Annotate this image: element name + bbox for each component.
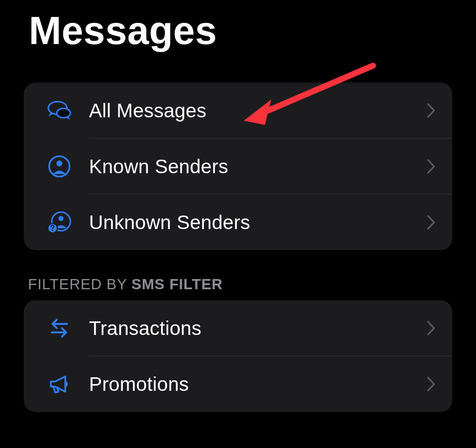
list-item-label: Unknown Senders [81,211,423,234]
list-item-all-messages[interactable]: All Messages [24,83,452,138]
chevron-right-icon [423,103,439,118]
section-header-filtered: Filtered by SMS Filter [0,276,476,300]
chevron-right-icon [423,321,439,336]
list-item-label: Promotions [81,373,423,395]
person-circle-icon [38,154,81,179]
svg-point-3 [56,160,62,166]
list-item-label: All Messages [81,99,423,122]
arrows-swap-icon [38,315,81,341]
section-header-bold: SMS Filter [131,276,223,292]
chevron-right-icon [423,376,439,392]
page-title: Messages [0,0,476,53]
list-item-label: Known Senders [81,155,423,178]
svg-point-5 [58,216,64,221]
svg-point-7 [52,230,53,231]
list-item-known-senders[interactable]: Known Senders [24,138,452,194]
megaphone-icon [38,371,81,397]
section-group-filtered: Transactions Promotions [24,300,452,412]
chevron-right-icon [423,159,439,174]
section-group-main: All Messages Known Senders [24,83,452,250]
section-header-prefix: Filtered by [28,276,131,292]
person-question-icon [38,210,81,235]
list-item-transactions[interactable]: Transactions [24,300,452,356]
list-item-label: Transactions [81,317,423,340]
list-item-promotions[interactable]: Promotions [24,356,452,412]
chevron-right-icon [423,215,439,230]
svg-point-1 [57,108,70,118]
chat-bubbles-icon [38,98,81,123]
list-item-unknown-senders[interactable]: Unknown Senders [24,194,452,250]
